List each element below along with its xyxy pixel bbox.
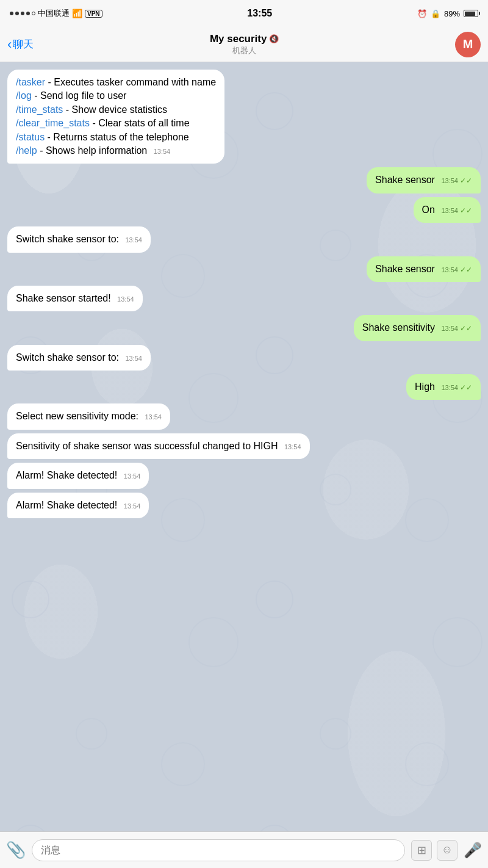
message-time: 13:54 — [117, 295, 134, 303]
bubble-text: /tasker - Executes tasker command with n… — [16, 77, 216, 156]
dot1 — [10, 12, 13, 15]
keyboard-icon: ⊞ — [417, 844, 426, 857]
back-label: 聊天 — [13, 37, 34, 51]
status-bar: 中国联通 📶 VPN 13:55 ⏰ 🔒 89% — [0, 0, 488, 27]
bubble-text: High — [415, 382, 435, 392]
dot3 — [21, 12, 24, 15]
signal-dots — [10, 12, 35, 15]
bubble-text: On — [422, 204, 435, 215]
message-row: Shake sensor 13:54 ✓✓ — [5, 167, 483, 193]
message-time: 13:54 — [284, 443, 301, 450]
lock-icon: 🔒 — [431, 9, 440, 18]
keyboard-icon-button[interactable]: ⊞ — [411, 840, 432, 861]
bubble-outgoing: Shake sensitivity 13:54 ✓✓ — [354, 315, 481, 341]
message-row: Shake sensor started! 13:54 — [5, 286, 483, 311]
carrier-label: 中国联通 — [38, 8, 70, 19]
message-input[interactable] — [32, 839, 405, 861]
message-row: Select new sensitivity mode: 13:54 — [5, 403, 483, 429]
mic-button[interactable]: 🎤 — [464, 842, 482, 859]
bubble-text: Shake sensor started! — [16, 293, 111, 303]
battery-icon — [464, 10, 478, 17]
chat-subtitle: 机器人 — [210, 45, 279, 56]
message-time: 13:54 ✓✓ — [441, 266, 472, 273]
message-row: Alarm! Shake detected! 13:54 — [5, 463, 483, 488]
status-left: 中国联通 📶 VPN — [10, 8, 102, 19]
message-time: 13:54 — [154, 148, 171, 155]
message-time: 13:54 — [125, 236, 142, 244]
sticker-icon: ☺ — [442, 844, 453, 856]
sticker-button[interactable]: ☺ — [437, 840, 458, 861]
wifi-icon: 📶 — [72, 9, 82, 18]
message-row: /tasker - Executes tasker command with n… — [5, 70, 483, 164]
message-row: Alarm! Shake detected! 13:54 — [5, 493, 483, 518]
bubble-text: Switch shake sensor to: — [16, 234, 119, 244]
bubble-text: Shake sensor — [375, 264, 435, 274]
battery-fill — [465, 12, 475, 16]
dot4 — [26, 12, 30, 15]
message-row: Shake sensitivity 13:54 ✓✓ — [5, 315, 483, 341]
alarm-icon: ⏰ — [417, 9, 427, 18]
bubble-text: Select new sensitivity mode: — [16, 411, 138, 421]
message-row: Switch shake sensor to: 13:54 — [5, 226, 483, 252]
message-time: 13:54 — [124, 472, 141, 480]
vpn-badge: VPN — [85, 10, 102, 18]
bubble-incoming: Alarm! Shake detected! 13:54 — [7, 493, 149, 518]
status-time: 13:55 — [247, 8, 272, 19]
bubble-incoming: Select new sensitivity mode: 13:54 — [7, 403, 170, 429]
message-row: High 13:54 ✓✓ — [5, 374, 483, 400]
back-button[interactable]: ‹ 聊天 — [7, 37, 34, 51]
message-row: Switch shake sensor to: 13:54 — [5, 345, 483, 371]
message-time: 13:54 — [125, 355, 142, 362]
status-right: ⏰ 🔒 89% — [417, 9, 478, 18]
message-row: Sensitivity of shake sensor was successf… — [5, 433, 483, 459]
attach-button[interactable]: 📎 — [6, 841, 26, 859]
bubble-text: Sensitivity of shake sensor was successf… — [16, 441, 278, 451]
bubble-outgoing: Shake sensor 13:54 ✓✓ — [367, 167, 481, 193]
back-arrow-icon: ‹ — [7, 38, 12, 51]
message-time: 13:54 ✓✓ — [441, 325, 472, 332]
message-row: Shake sensor 13:54 ✓✓ — [5, 256, 483, 282]
bubble-incoming: Sensitivity of shake sensor was successf… — [7, 433, 310, 459]
message-time: 13:54 — [124, 502, 141, 510]
message-time: 13:54 ✓✓ — [441, 177, 472, 184]
bubble-outgoing: On 13:54 ✓✓ — [414, 197, 481, 223]
bubble-text: Switch shake sensor to: — [16, 352, 119, 363]
bottom-icons: ⊞ ☺ — [411, 840, 458, 861]
dot2 — [15, 12, 19, 15]
battery-percent: 89% — [444, 9, 460, 18]
bubble-incoming: /tasker - Executes tasker command with n… — [7, 70, 224, 164]
message-time: 13:54 ✓✓ — [441, 384, 472, 391]
dot5 — [32, 12, 35, 15]
bubble-incoming: Switch shake sensor to: 13:54 — [7, 345, 151, 371]
bubble-incoming: Alarm! Shake detected! 13:54 — [7, 463, 149, 488]
bubble-incoming: Shake sensor started! 13:54 — [7, 286, 143, 311]
chat-area: /tasker - Executes tasker command with n… — [0, 62, 488, 831]
bubble-text: Shake sensor — [375, 175, 435, 185]
nav-bar: ‹ 聊天 My security 🔇 机器人 M — [0, 27, 488, 62]
chat-title: My security 🔇 — [210, 33, 279, 45]
bottom-bar: 📎 ⊞ ☺ 🎤 — [0, 831, 488, 868]
nav-center: My security 🔇 机器人 — [210, 33, 279, 56]
message-row: On 13:54 ✓✓ — [5, 197, 483, 223]
bubble-outgoing: High 13:54 ✓✓ — [406, 374, 481, 400]
message-time: 13:54 ✓✓ — [441, 207, 472, 214]
bubble-text: Alarm! Shake detected! — [16, 500, 117, 510]
bubble-text: Alarm! Shake detected! — [16, 470, 117, 480]
message-time: 13:54 — [145, 413, 162, 421]
mute-icon: 🔇 — [269, 34, 279, 43]
bubble-text: Shake sensitivity — [362, 322, 435, 333]
bubble-outgoing: Shake sensor 13:54 ✓✓ — [367, 256, 481, 282]
bubble-incoming: Switch shake sensor to: 13:54 — [7, 226, 151, 252]
avatar[interactable]: M — [455, 32, 481, 57]
